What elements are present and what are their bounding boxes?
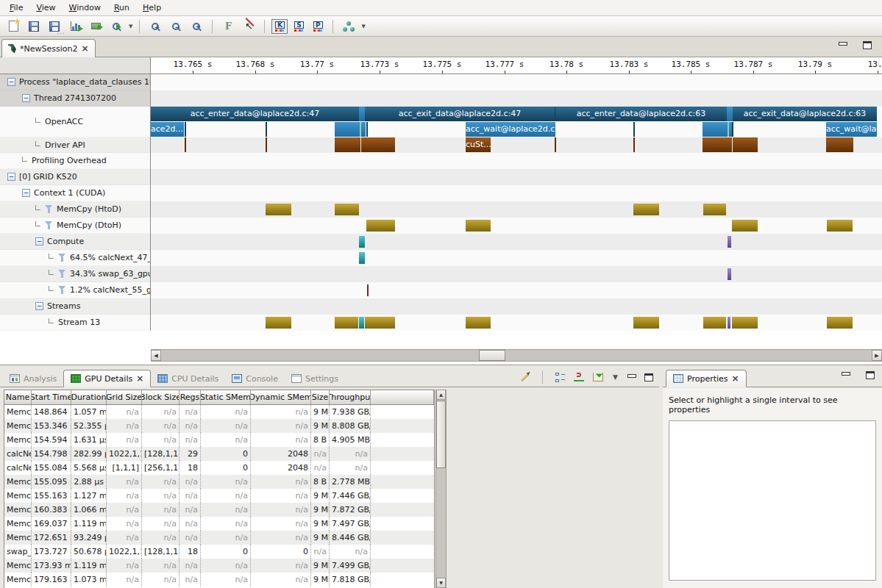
analysis-tree-icon[interactable]: [340, 18, 358, 35]
table-row[interactable]: Memcp172.651 ms93.249 µsn/an/an/an/an/a9…: [4, 531, 434, 545]
menu-run[interactable]: Run: [107, 1, 136, 15]
tree-row[interactable]: Driver API: [0, 137, 150, 153]
tab-close-icon[interactable]: ×: [136, 373, 143, 384]
timeline-interval[interactable]: [359, 317, 364, 329]
column-header-start-time[interactable]: Start Time: [32, 390, 71, 404]
collapse-icon[interactable]: −: [7, 173, 15, 181]
table-row[interactable]: Memcp153.346 ms52.355 µsn/an/an/an/an/a9…: [4, 419, 434, 433]
column-header-name[interactable]: Name: [4, 390, 32, 404]
flag-icon[interactable]: F: [219, 18, 237, 35]
timeline-interval[interactable]: [335, 204, 359, 215]
timeline-interval[interactable]: [361, 137, 395, 152]
column-header-regs[interactable]: Regs: [179, 390, 201, 404]
kernel-button[interactable]: K: [271, 19, 288, 34]
session-tab-close-icon[interactable]: ×: [81, 43, 88, 54]
session-tab[interactable]: *NewSession2 ×: [1, 39, 96, 57]
timeline-interval[interactable]: [266, 137, 267, 152]
minimize-icon[interactable]: [627, 373, 636, 381]
timeline-interval[interactable]: [728, 236, 731, 248]
view-menu-icon[interactable]: ▼: [613, 373, 618, 381]
collapse-icon[interactable]: −: [35, 302, 43, 310]
tree-row[interactable]: −Context 1 (CUDA): [0, 185, 150, 201]
reset-zoom-icon[interactable]: ↖: [240, 18, 257, 35]
timeline-interval[interactable]: [466, 317, 491, 329]
timeline-interval[interactable]: acc_wait@lap: [826, 122, 877, 137]
scroll-down-icon[interactable]: ▼: [436, 578, 446, 588]
menu-view[interactable]: View: [29, 1, 62, 15]
collapse-icon[interactable]: −: [22, 189, 30, 197]
tree-row[interactable]: 64.5% calcNext_47_...: [0, 250, 150, 266]
zoom-in-icon[interactable]: +: [146, 18, 164, 35]
zoom-out-icon[interactable]: −: [167, 18, 185, 35]
scroll-thumb[interactable]: [479, 350, 505, 361]
table-row[interactable]: Memcp155.095 ms2.88 µsn/an/an/an/an/a8 B…: [4, 475, 434, 489]
timeline-interval[interactable]: [466, 220, 491, 232]
table-row[interactable]: Memcp155.163 ms1.127 msn/an/an/an/an/a9 …: [4, 489, 434, 503]
tree-row[interactable]: MemCpy (DtoH): [0, 218, 150, 234]
timeline-interval[interactable]: [827, 220, 853, 232]
timeline-interval[interactable]: [366, 220, 395, 232]
tree-row[interactable]: MemCpy (HtoD): [0, 201, 150, 218]
table-row[interactable]: Memcp154.594 ms1.631 µsn/an/an/an/an/a8 …: [4, 433, 434, 447]
timeline-interval[interactable]: [266, 317, 291, 329]
timeline-interval[interactable]: [826, 137, 853, 152]
column-header-size[interactable]: Size: [311, 390, 330, 404]
timeline-interval[interactable]: [367, 284, 369, 296]
process-button[interactable]: P: [310, 19, 326, 34]
timeline-interval[interactable]: acc_exit_data@laplace2d.c:47: [365, 107, 555, 121]
timeline-interval[interactable]: ace2d....: [151, 122, 184, 137]
tab-gpu-details[interactable]: GPU Details×: [63, 370, 151, 387]
menu-window[interactable]: Window: [63, 1, 107, 15]
timeline-interval[interactable]: [633, 137, 635, 152]
timeline-interval[interactable]: [185, 137, 186, 152]
timeline-interval[interactable]: [266, 204, 291, 215]
timeline-interval[interactable]: [728, 268, 731, 280]
column-header-static-smem[interactable]: Static SMem: [201, 390, 251, 404]
table-vertical-scrollbar[interactable]: ▲ ▼: [435, 390, 447, 588]
tree-row[interactable]: 34.3% swap_63_gpu: [0, 266, 150, 282]
timeline-interval[interactable]: [359, 252, 365, 264]
column-header-grid-size[interactable]: Grid Size: [107, 390, 142, 404]
table-row[interactable]: Memcp169.037 ms1.119 msn/an/an/an/an/a9 …: [4, 517, 434, 531]
column-header-duration[interactable]: Duration: [71, 390, 107, 404]
collapse-icon[interactable]: −: [35, 237, 43, 245]
step-icon[interactable]: [574, 373, 584, 382]
timeline-interval[interactable]: [703, 122, 728, 137]
timeline-interval[interactable]: [732, 122, 733, 137]
table-row[interactable]: calcNe155.084 ms5.568 µs[1,1,1][256,1,1]…: [4, 461, 434, 475]
timeline-interval[interactable]: [359, 107, 365, 121]
timeline-interval[interactable]: [365, 317, 395, 329]
table-row[interactable]: Memcp173.93 ms1.119 msn/an/an/an/an/a9 M…: [4, 559, 434, 573]
collapse-icon[interactable]: −: [22, 94, 30, 102]
stream-button[interactable]: S: [291, 19, 307, 34]
save-icon[interactable]: [25, 18, 43, 35]
timeline-interval[interactable]: [733, 137, 758, 152]
tab-analysis[interactable]: Analysis: [3, 370, 63, 387]
maximize-icon[interactable]: [866, 371, 875, 379]
timeline-interval[interactable]: [335, 122, 360, 137]
tree-row[interactable]: Stream 13: [0, 315, 150, 331]
tab-console[interactable]: Console: [225, 370, 285, 387]
save-all-icon[interactable]: ...: [46, 18, 63, 35]
table-row[interactable]: swap_6173.727 ms50.678 µs1022,1,1][128,1…: [4, 545, 434, 559]
timeline-interval[interactable]: [827, 317, 853, 329]
table-header[interactable]: NameStart TimeDurationGrid SizeBlock Siz…: [4, 390, 434, 405]
tree-row[interactable]: OpenACC: [0, 107, 150, 137]
column-header-dynamic-smem[interactable]: Dynamic SMem: [251, 390, 311, 404]
highlight-pencil-icon[interactable]: [521, 373, 529, 381]
timeline-interval[interactable]: [361, 122, 366, 137]
scroll-right-icon[interactable]: ▶: [872, 350, 882, 361]
scroll-thumb[interactable]: [436, 401, 446, 468]
tree-row[interactable]: −Streams: [0, 298, 150, 315]
timeline-interval[interactable]: [555, 137, 556, 152]
scroll-left-icon[interactable]: ◀: [151, 350, 161, 361]
maximize-icon[interactable]: [644, 373, 653, 381]
timeline-interval[interactable]: [335, 317, 358, 329]
timeline-interval[interactable]: acc_enter_data@laplace2d.c:47: [151, 107, 359, 121]
run-details-icon[interactable]: [87, 18, 104, 35]
layout-icon[interactable]: [555, 373, 565, 382]
zoom-fit-icon[interactable]: ±: [188, 18, 205, 35]
timeline-interval[interactable]: [703, 137, 732, 152]
tree-row[interactable]: −Thread 2741307200: [0, 90, 150, 107]
export-icon[interactable]: [593, 373, 603, 381]
